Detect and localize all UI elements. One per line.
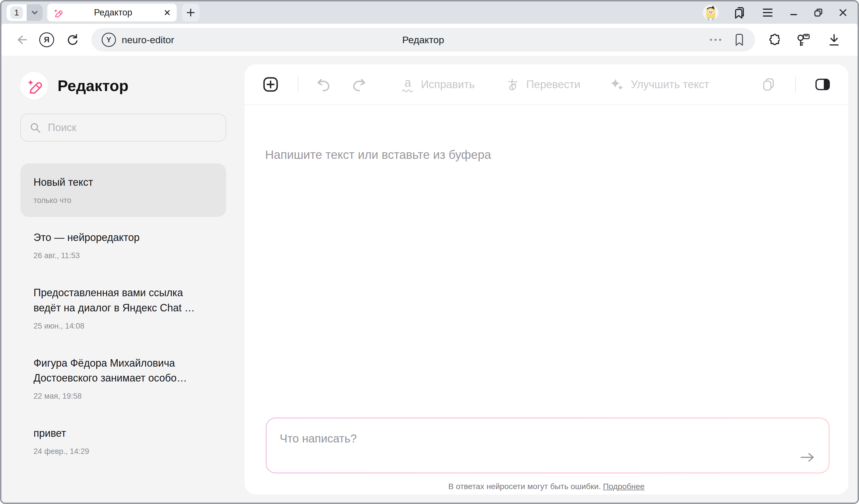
app-logo-row: Редактор	[20, 72, 226, 99]
squiggle-icon	[402, 89, 414, 92]
app-title: Редактор	[58, 77, 129, 94]
document-list: Новый текст только что Это — нейроредакт…	[20, 164, 226, 468]
extensions-icon	[766, 33, 780, 47]
doc-date: только что	[33, 196, 213, 205]
redo-button[interactable]	[352, 77, 367, 92]
wand-icon	[26, 77, 42, 94]
tab-title: Редактор	[63, 7, 164, 18]
tab-count[interactable]: 1	[6, 4, 27, 21]
send-arrow-icon	[799, 451, 815, 463]
layout-toggle-icon	[815, 77, 831, 92]
disclaimer-text: В ответах нейросети могут быть ошибки.	[448, 482, 601, 491]
close-window-button[interactable]	[838, 8, 848, 17]
url-text: neuro-editor	[122, 34, 174, 46]
restore-icon	[813, 8, 823, 17]
restore-button[interactable]	[813, 8, 823, 17]
tab-list-dropdown[interactable]	[27, 4, 43, 21]
add-document-button[interactable]	[263, 77, 278, 92]
undo-button[interactable]	[316, 77, 331, 92]
list-item[interactable]: привет 24 февр., 14:29	[20, 414, 226, 468]
profile-avatar[interactable]	[703, 5, 719, 20]
fix-icon: а	[402, 77, 414, 92]
doc-title: Это — нейроредактор	[33, 230, 213, 245]
editor-toolbar: а Исправить Перевести Улучшить текст	[244, 64, 848, 105]
browser-toolbar: Я Y neuro-editor Редактор	[1, 24, 858, 56]
ellipsis-icon	[709, 38, 722, 42]
doc-title: Предоставленная вами ссылка ведёт на диа…	[33, 285, 213, 315]
redo-icon	[352, 77, 367, 92]
doc-title: привет	[33, 426, 213, 441]
passwords-icon	[796, 33, 811, 47]
avatar-image	[703, 5, 719, 20]
translate-label: Перевести	[526, 78, 581, 91]
doc-date: 25 июн., 14:08	[33, 322, 213, 331]
improve-label: Улучшить текст	[631, 78, 709, 91]
more-options-button[interactable]	[709, 38, 722, 42]
tab-bar: 1 Редактор	[1, 1, 858, 24]
page-content: Редактор Новый текст только что Это — не…	[1, 56, 858, 503]
list-item[interactable]: Это — нейроредактор 26 авг., 11:53	[20, 219, 226, 272]
back-button[interactable]	[15, 33, 28, 47]
list-item[interactable]: Предоставленная вами ссылка ведёт на диа…	[20, 274, 226, 342]
bookmark-icon	[734, 33, 745, 46]
wand-icon	[53, 8, 63, 17]
toolbar-divider	[795, 76, 796, 92]
bookmarks-panel-button[interactable]	[733, 6, 747, 19]
minimize-button[interactable]	[789, 8, 799, 17]
tab-close-button[interactable]	[164, 9, 171, 16]
translate-hiragana-icon	[506, 78, 519, 91]
tab-counter[interactable]: 1	[6, 4, 43, 21]
close-icon	[164, 9, 171, 16]
translate-button[interactable]: Перевести	[506, 78, 581, 91]
sparkles-icon	[610, 78, 624, 91]
toolbar-divider	[298, 76, 298, 92]
download-icon	[827, 33, 841, 47]
refresh-button[interactable]	[65, 33, 79, 46]
search-box[interactable]	[20, 113, 226, 142]
close-icon	[838, 8, 848, 17]
copy-icon	[762, 77, 776, 92]
doc-date: 26 авг., 11:53	[33, 251, 213, 260]
disclaimer-link[interactable]: Подробнее	[603, 482, 645, 491]
bookmark-button[interactable]	[734, 33, 745, 46]
improve-text-button[interactable]: Улучшить текст	[610, 78, 709, 91]
layout-toggle-button[interactable]	[815, 77, 831, 92]
fix-text-button[interactable]: а Исправить	[402, 77, 475, 92]
editor-placeholder: Напишите текст или вставьте из буфера	[265, 148, 828, 162]
tab-count-badge: 1	[10, 6, 23, 19]
app-logo	[20, 72, 48, 99]
doc-title: Новый текст	[33, 175, 213, 190]
list-item[interactable]: Новый текст только что	[20, 164, 226, 217]
address-bar[interactable]: Y neuro-editor Редактор	[91, 28, 755, 51]
menu-button[interactable]	[762, 7, 774, 18]
back-arrow-icon	[15, 33, 28, 47]
browser-logo-icon: Y	[102, 33, 116, 47]
address-page-title: Редактор	[91, 34, 755, 46]
sidebar: Редактор Новый текст только что Это — не…	[1, 56, 244, 503]
disclaimer: В ответах нейросети могут быть ошибки. П…	[244, 482, 848, 491]
browser-window: 1 Редактор	[0, 0, 859, 504]
new-tab-button[interactable]	[182, 4, 199, 21]
plus-icon	[186, 8, 195, 17]
extensions-button[interactable]	[766, 33, 780, 47]
doc-date: 22 мая, 19:58	[33, 392, 213, 401]
yandex-home-button[interactable]: Я	[39, 32, 54, 47]
editor-area[interactable]: Напишите текст или вставьте из буфера	[244, 105, 848, 205]
copy-button[interactable]	[762, 77, 776, 92]
tab-editor[interactable]: Редактор	[47, 4, 177, 21]
minimize-icon	[789, 8, 799, 17]
search-input[interactable]	[47, 121, 217, 134]
doc-title: Фигура Фёдора Михайловича Достоевского з…	[33, 356, 213, 385]
bookmarks-panel-icon	[733, 6, 747, 19]
downloads-button[interactable]	[827, 33, 841, 47]
passwords-button[interactable]	[796, 33, 811, 47]
undo-icon	[316, 77, 331, 92]
prompt-input[interactable]	[267, 418, 829, 473]
list-item[interactable]: Фигура Фёдора Михайловича Достоевского з…	[20, 344, 226, 413]
chevron-down-icon	[30, 8, 39, 17]
add-document-icon	[263, 77, 278, 92]
fix-label: Исправить	[421, 78, 475, 91]
prompt-box	[266, 417, 829, 473]
send-button[interactable]	[799, 451, 815, 463]
refresh-icon	[65, 33, 79, 46]
